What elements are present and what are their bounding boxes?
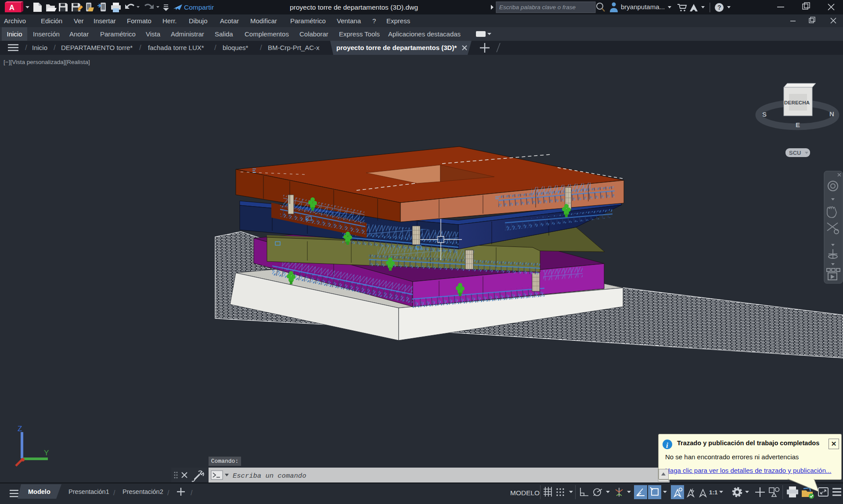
- svg-text:1:1: 1:1: [709, 489, 718, 496]
- svg-text:S: S: [762, 111, 767, 118]
- svg-text:/: /: [191, 489, 193, 497]
- svg-text:bryanputama...: bryanputama...: [621, 3, 665, 11]
- svg-text:N: N: [829, 110, 834, 118]
- svg-text:DERECHA: DERECHA: [784, 100, 810, 105]
- svg-text:Y: Y: [44, 449, 49, 457]
- svg-text:Compartir: Compartir: [184, 4, 214, 11]
- svg-text:Escriba palabra clave o frase: Escriba palabra clave o frase: [499, 4, 576, 11]
- svg-text:MODELO: MODELO: [510, 489, 540, 497]
- svg-text:A: A: [9, 4, 14, 11]
- svg-text:/: /: [167, 489, 169, 497]
- svg-text:SCU: SCU: [789, 150, 801, 156]
- svg-text:/: /: [113, 489, 115, 497]
- svg-text:Escriba un comando: Escriba un comando: [233, 472, 306, 480]
- svg-text:proyecto torre de departamento: proyecto torre de departamentos (3D).dwg: [290, 4, 418, 11]
- svg-text:i: i: [666, 441, 668, 450]
- svg-text:?: ?: [717, 4, 721, 11]
- svg-text:Presentación1: Presentación1: [68, 488, 109, 495]
- svg-text:Z: Z: [18, 425, 22, 433]
- svg-text:Presentación2: Presentación2: [122, 488, 163, 495]
- svg-text:E: E: [796, 121, 800, 129]
- svg-text:Modelo: Modelo: [28, 488, 50, 495]
